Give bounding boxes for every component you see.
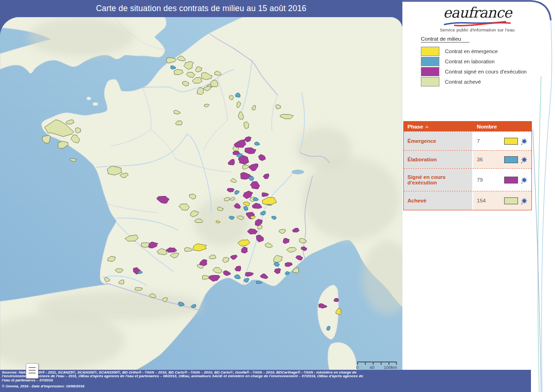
scale-label-40: 40 (370, 365, 375, 370)
channel-island (92, 103, 98, 106)
france-map (0, 17, 402, 370)
map-title-bar: Carte de situation des contrats de milie… (0, 0, 402, 17)
lake-geneva (292, 170, 304, 174)
legend-item-emergence: Contrat en émergence (421, 46, 550, 56)
scale-label-0: 0 (356, 365, 358, 370)
phase-count: 154 (477, 198, 486, 203)
legend-item-elaboration: Contrat en laboration (421, 56, 550, 67)
scale-ruler (357, 361, 397, 365)
scale-label-100km: 100km (384, 365, 397, 370)
table-row-elaboration: Élaboration 36 (404, 150, 531, 168)
phase-label: Émergence (404, 132, 473, 150)
column-nombre[interactable]: Nombre (473, 124, 531, 129)
logo-tagline: Service public d'information sur l'eau (426, 27, 528, 32)
phase-table: Phase Nombre Émergence 7 Élaboration (403, 121, 532, 210)
zoom-star-icon[interactable] (521, 156, 528, 163)
phase-count: 79 (477, 177, 483, 183)
phase-label: Achevé (404, 191, 473, 210)
map-panel: Carte de situation des contrats de milie… (0, 0, 402, 370)
table-row-emergence: Émergence 7 (404, 131, 531, 150)
sources-bar: Sources: Natural Earth® - 2011, SCAN25©,… (0, 370, 531, 392)
document-icon[interactable] (26, 363, 38, 379)
blue-swatch (504, 156, 518, 163)
logo-wordmark: eaufrance (426, 5, 528, 20)
table-row-acheve: Achevé 154 (404, 191, 531, 210)
zoom-star-icon[interactable] (521, 197, 528, 204)
yellow-swatch (504, 138, 518, 145)
map-scale-bar: 0 40 100km (357, 361, 398, 370)
column-phase[interactable]: Phase (404, 124, 473, 129)
sources-line-3: l'eau et partenaires – 07/2016 (2, 379, 531, 382)
sources-line-2: l'environnement – Agences de l'eau – 201… (2, 374, 531, 378)
table-row-signe: Signé en cours d'exécution 79 (404, 168, 531, 191)
phase-label: Signé en cours d'exécution (404, 169, 473, 191)
page: Carte de situation des contrats de milie… (0, 0, 555, 392)
map-legend: Contrat de milieu Contrat en émergence C… (421, 36, 550, 87)
legend-title: Contrat de milieu (421, 36, 550, 43)
copyright-line: © Onema, 2016 - Date d'impression: 18/08… (2, 385, 531, 388)
contract-area-elaboration[interactable] (138, 271, 142, 274)
green-swatch (504, 197, 518, 204)
map-title: Carte de situation des contrats de milie… (96, 4, 306, 13)
legend-item-signe: Contrat signé en cours d'exécution (421, 67, 550, 77)
channel-island (86, 97, 91, 100)
phase-label: Élaboration (404, 151, 473, 168)
zoom-star-icon[interactable] (521, 177, 528, 184)
blue-swatch (421, 57, 439, 66)
table-header: Phase Nombre (404, 122, 531, 131)
eaufrance-logo: eaufrance Service public d'information s… (426, 5, 528, 32)
magenta-swatch (504, 177, 518, 184)
map-canvas[interactable]: 0 40 100km (0, 17, 402, 370)
sidebar: eaufrance Service public d'information s… (402, 0, 555, 392)
yellow-swatch (421, 47, 439, 56)
phase-count: 36 (477, 157, 483, 162)
legend-item-acheve: Contrat achevé (421, 77, 550, 87)
phase-count: 7 (477, 138, 480, 144)
magenta-swatch (421, 67, 439, 76)
sort-ascending-icon (425, 125, 429, 128)
green-swatch (421, 77, 439, 86)
zoom-star-icon[interactable] (521, 138, 528, 145)
